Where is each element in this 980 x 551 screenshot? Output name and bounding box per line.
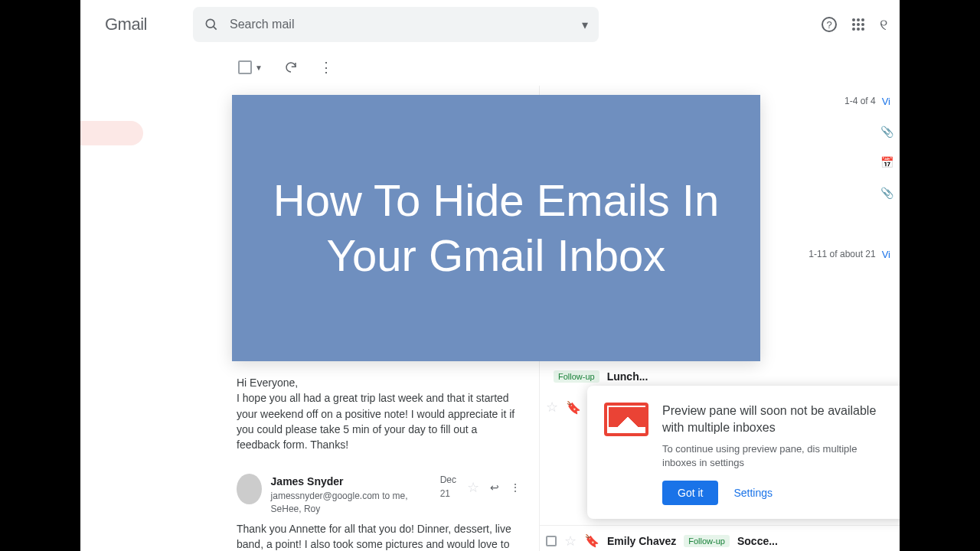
subject: Lunch...: [607, 370, 893, 383]
sender: Emily Chavez: [607, 535, 676, 547]
preview-pane-popup: Preview pane will soon not be available …: [587, 386, 900, 519]
reply-icon[interactable]: ↩: [490, 480, 499, 495]
apps-icon[interactable]: [852, 18, 864, 31]
chevron-down-icon[interactable]: ▾: [582, 18, 588, 32]
svg-point-0: [206, 19, 214, 28]
star-icon[interactable]: ☆: [467, 478, 479, 497]
header: Gmail Search mail ▾ ? ୧: [80, 0, 900, 49]
sender-name: James Snyder: [271, 474, 425, 489]
toolbar: ▼ ⋮: [80, 49, 900, 86]
attachment-icon: 📎: [880, 187, 893, 199]
select-all-checkbox[interactable]: ▼: [238, 60, 263, 74]
sidebar-item-inbox[interactable]: [80, 121, 143, 145]
svg-line-1: [214, 27, 217, 30]
gmail-logo-icon: [604, 403, 648, 436]
tag-followup: Follow-up: [554, 370, 599, 383]
got-it-button[interactable]: Got it: [662, 481, 718, 505]
tag-followup: Follow-up: [684, 535, 730, 547]
title-overlay: How To Hide Emails In Your Gmail Inbox: [232, 95, 760, 361]
search-icon: [204, 17, 219, 32]
account-fragment[interactable]: ୧: [880, 16, 887, 34]
bookmark-icon[interactable]: 🔖: [566, 400, 581, 415]
message-body: Thank you Annette for all that you do! D…: [237, 521, 521, 551]
popup-title: Preview pane will soon not be available …: [662, 403, 893, 435]
followup-count: 1-11 of about 21: [808, 249, 875, 259]
refresh-icon[interactable]: [284, 60, 298, 74]
followup-view-link[interactable]: Vi: [882, 249, 890, 260]
todo-view-link[interactable]: Vi: [882, 96, 890, 107]
gmail-window: Gmail Search mail ▾ ? ୧ ▼ ⋮: [80, 0, 900, 551]
star-icon[interactable]: ☆: [546, 399, 558, 416]
settings-link[interactable]: Settings: [733, 487, 773, 499]
attachment-icon: 📎: [880, 126, 893, 138]
more-icon[interactable]: ⋮: [510, 480, 521, 495]
header-actions: ? ୧: [822, 16, 893, 34]
popup-body: To continue using preview pane, dis mult…: [662, 442, 893, 470]
subject: Socce...: [737, 535, 893, 547]
avatar: [237, 474, 262, 504]
overlay-text: How To Hide Emails In Your Gmail Inbox: [263, 173, 730, 284]
todo-count: 1-4 of 4: [844, 96, 876, 106]
list-item[interactable]: ☆ 🔖 Emily Chavez Follow-up Socce...: [540, 525, 900, 551]
brand-logo: Gmail: [105, 15, 147, 34]
search-bar[interactable]: Search mail ▾: [193, 7, 599, 42]
message-preview-1: Hi Everyone, I hope you all had a great …: [218, 369, 539, 458]
row-checkbox[interactable]: [546, 536, 557, 546]
more-menu-icon[interactable]: ⋮: [319, 59, 332, 76]
calendar-icon: 📅: [880, 156, 893, 168]
star-icon[interactable]: ☆: [564, 533, 577, 549]
sender-address: jamessnyder@google.com to me, SeHee, Roy: [271, 490, 425, 517]
search-placeholder: Search mail: [230, 18, 571, 31]
message-date: Dec 21: [440, 474, 456, 500]
message-body: Hi Everyone, I hope you all had a great …: [237, 375, 521, 452]
sidebar: [80, 86, 218, 551]
bookmark-icon[interactable]: 🔖: [584, 533, 599, 548]
message-preview-2[interactable]: James Snyder jamessnyder@google.com to m…: [218, 458, 539, 551]
help-icon[interactable]: ?: [822, 17, 837, 32]
